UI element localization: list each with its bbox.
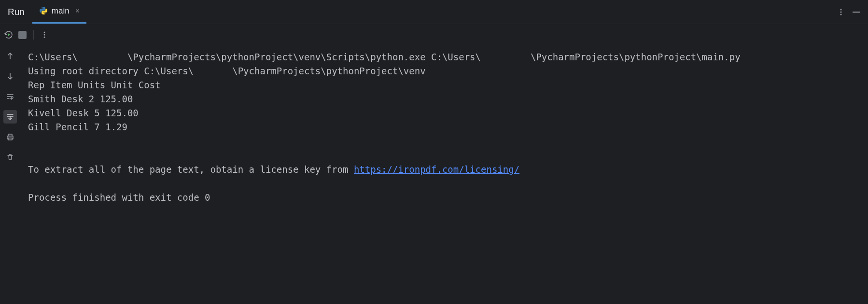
- python-icon: [39, 6, 48, 16]
- svg-point-5: [44, 37, 45, 38]
- console-line: Gill Pencil 7 1.29: [28, 122, 127, 132]
- console-line: Using root directory C:\Users\ \PycharmP…: [28, 66, 426, 76]
- console-license-text: To extract all of the page text, obtain …: [28, 164, 354, 175]
- console-line: Smith Desk 2 125.00: [28, 94, 133, 104]
- top-right-controls: [837, 8, 868, 16]
- svg-point-2: [840, 14, 842, 15]
- separator: [33, 30, 34, 40]
- soft-wrap-icon[interactable]: [3, 90, 17, 103]
- run-tab-main[interactable]: main ×: [32, 0, 86, 24]
- top-bar: Run main ×: [0, 0, 868, 24]
- console-line: C:\Users\ \PycharmProjects\pythonProject…: [28, 52, 746, 62]
- license-link[interactable]: https://ironpdf.com/licensing/: [354, 164, 519, 175]
- left-gutter: [0, 45, 20, 304]
- stop-icon[interactable]: [18, 31, 27, 39]
- run-toolbar: [0, 24, 868, 45]
- down-stack-icon[interactable]: [3, 69, 17, 83]
- minimize-icon[interactable]: [853, 12, 860, 13]
- scroll-to-end-icon[interactable]: [3, 110, 17, 124]
- console-line: Rep Item Units Unit Cost: [28, 80, 161, 90]
- main-area: C:\Users\ \PycharmProjects\pythonProject…: [0, 45, 868, 304]
- run-tool-label: Run: [0, 7, 32, 17]
- toolbar-more-icon[interactable]: [41, 31, 48, 39]
- up-stack-icon[interactable]: [3, 49, 17, 63]
- console-output[interactable]: C:\Users\ \PycharmProjects\pythonProject…: [20, 45, 868, 304]
- tab-name: main: [52, 6, 70, 16]
- svg-point-3: [44, 32, 45, 33]
- print-icon[interactable]: [3, 130, 17, 144]
- svg-point-0: [840, 9, 842, 10]
- clear-all-icon[interactable]: [3, 151, 17, 164]
- rerun-icon[interactable]: [4, 30, 14, 40]
- more-options-icon[interactable]: [837, 8, 845, 16]
- svg-point-1: [840, 11, 842, 13]
- close-tab-icon[interactable]: ×: [75, 7, 80, 15]
- svg-point-4: [44, 34, 45, 36]
- console-line: Kivell Desk 5 125.00: [28, 108, 139, 118]
- console-exit-line: Process finished with exit code 0: [28, 192, 210, 203]
